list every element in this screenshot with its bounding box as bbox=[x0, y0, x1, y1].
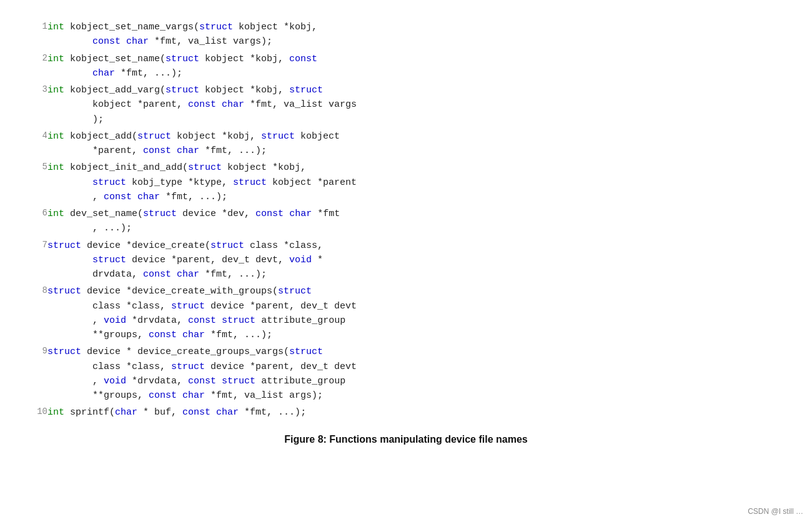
normal-token: *drvdata, bbox=[126, 376, 188, 387]
normal-token: *fmt, ...); bbox=[199, 145, 267, 156]
kw-const-token: const bbox=[188, 99, 216, 110]
kw-struct-token: struct bbox=[222, 315, 255, 326]
kw-struct-token: struct bbox=[233, 177, 267, 188]
kw-char-token: char bbox=[137, 192, 160, 202]
kw-const-token: const bbox=[188, 315, 216, 326]
normal-token: *fmt, ...); bbox=[160, 192, 227, 202]
line-number: 6 bbox=[25, 205, 47, 237]
kw-int-token: int bbox=[47, 407, 64, 418]
kw-void-token: void bbox=[104, 315, 126, 326]
kw-const-token: const bbox=[149, 330, 177, 340]
normal-token bbox=[171, 269, 177, 280]
kw-struct-token: struct bbox=[289, 85, 323, 96]
kw-const-token: const bbox=[188, 376, 216, 387]
kw-const-token: const bbox=[104, 192, 132, 202]
code-line: int kobject_init_and_add(struct kobject … bbox=[47, 159, 787, 205]
kw-char-token: char bbox=[182, 390, 205, 401]
normal-token bbox=[216, 315, 222, 326]
normal-token: *fmt, ...); bbox=[205, 330, 272, 340]
kw-int-token: int bbox=[47, 54, 64, 64]
code-line: struct device *device_create(struct clas… bbox=[47, 237, 787, 283]
normal-token: kobject_add_varg( bbox=[64, 85, 166, 96]
line-number: 2 bbox=[25, 51, 47, 82]
normal-token: * buf, bbox=[137, 407, 182, 418]
normal-token: kobject *kobj, bbox=[199, 54, 289, 64]
normal-token bbox=[216, 376, 222, 387]
line-number: 9 bbox=[25, 343, 47, 404]
normal-token: kobject_add( bbox=[64, 131, 137, 142]
code-line: int dev_set_name(struct device *dev, con… bbox=[47, 205, 787, 237]
kw-struct-token: struct bbox=[171, 362, 205, 372]
normal-token: device * device_create_groups_vargs( bbox=[81, 347, 289, 357]
line-number: 5 bbox=[25, 159, 47, 205]
normal-token bbox=[121, 36, 126, 47]
kw-char-token: char bbox=[289, 209, 312, 219]
normal-token: sprintf( bbox=[64, 407, 115, 418]
kw-struct-token: struct bbox=[92, 255, 126, 265]
kw-char-token: char bbox=[115, 407, 137, 418]
code-line: int kobject_set_name_vargs(struct kobjec… bbox=[47, 19, 787, 51]
normal-token: device *dev, bbox=[177, 209, 255, 219]
normal-token: kobj_type *ktype, bbox=[126, 177, 233, 188]
line-number: 10 bbox=[25, 404, 47, 421]
table-row: 3int kobject_add_varg(struct kobject *ko… bbox=[25, 82, 787, 128]
kw-int-token: int bbox=[47, 85, 64, 96]
normal-token bbox=[177, 390, 182, 401]
normal-token: kobject *kobj, bbox=[199, 85, 289, 96]
normal-token bbox=[216, 99, 222, 110]
kw-struct-token: struct bbox=[261, 131, 295, 142]
normal-token: kobject_set_name( bbox=[64, 54, 166, 64]
kw-struct-token: struct bbox=[166, 85, 199, 96]
normal-token: dev_set_name( bbox=[64, 209, 143, 219]
figure-caption: Figure 8: Functions manipulating device … bbox=[25, 434, 787, 445]
table-row: 5int kobject_init_and_add(struct kobject… bbox=[25, 159, 787, 205]
normal-token bbox=[177, 330, 182, 340]
normal-token: device *device_create( bbox=[81, 240, 210, 251]
kw-const-token: const bbox=[143, 145, 171, 156]
normal-token bbox=[284, 209, 289, 219]
kw-const-token: const bbox=[289, 54, 317, 64]
code-line: int kobject_add_varg(struct kobject *kob… bbox=[47, 82, 787, 128]
kw-char-token: char bbox=[216, 407, 239, 418]
normal-token: class *class, bbox=[47, 301, 171, 312]
kw-void-token: void bbox=[104, 376, 126, 387]
line-number: 7 bbox=[25, 237, 47, 283]
kw-struct-token: struct bbox=[199, 22, 233, 32]
normal-token: *fmt, ...); bbox=[239, 407, 306, 418]
kw-char-token: char bbox=[126, 36, 149, 47]
normal-token bbox=[47, 68, 92, 79]
kw-const-token: const bbox=[92, 36, 121, 47]
table-row: 4int kobject_add(struct kobject *kobj, s… bbox=[25, 128, 787, 160]
code-block: 1int kobject_set_name_vargs(struct kobje… bbox=[25, 19, 787, 421]
table-row: 8struct device *device_create_with_group… bbox=[25, 283, 787, 343]
kw-struct-token: struct bbox=[278, 286, 312, 297]
kw-struct-token: struct bbox=[210, 240, 244, 251]
normal-token: kobject_init_and_add( bbox=[64, 162, 188, 173]
normal-token: kobject_set_name_vargs( bbox=[64, 22, 199, 32]
kw-int-token: int bbox=[47, 162, 64, 173]
code-line: int sprintf(char * buf, const char *fmt,… bbox=[47, 404, 787, 421]
normal-token: *drvdata, bbox=[126, 315, 188, 326]
line-number: 8 bbox=[25, 283, 47, 343]
code-line: struct device *device_create_with_groups… bbox=[47, 283, 787, 343]
table-row: 6int dev_set_name(struct device *dev, co… bbox=[25, 205, 787, 237]
watermark: CSDN @I still … bbox=[748, 507, 803, 516]
normal-token: *fmt, ...); bbox=[199, 269, 267, 280]
kw-struct-token: struct bbox=[47, 286, 81, 297]
code-line: int kobject_add(struct kobject *kobj, st… bbox=[47, 128, 787, 160]
normal-token: class *class, bbox=[47, 362, 171, 372]
kw-struct-token: struct bbox=[92, 177, 126, 188]
line-number: 4 bbox=[25, 128, 47, 160]
table-row: 1int kobject_set_name_vargs(struct kobje… bbox=[25, 19, 787, 51]
normal-token: device *parent, dev_t devt, bbox=[126, 255, 289, 265]
kw-int-token: int bbox=[47, 22, 64, 32]
normal-token bbox=[171, 145, 177, 156]
line-number: 3 bbox=[25, 82, 47, 128]
kw-char-token: char bbox=[177, 145, 199, 156]
normal-token: *fmt, ...); bbox=[115, 68, 182, 79]
table-row: 2int kobject_set_name(struct kobject *ko… bbox=[25, 51, 787, 82]
normal-token: device *device_create_with_groups( bbox=[81, 286, 278, 297]
normal-token: *fmt, va_list args); bbox=[205, 390, 323, 401]
line-number: 1 bbox=[25, 19, 47, 51]
kw-struct-token: struct bbox=[47, 347, 81, 357]
